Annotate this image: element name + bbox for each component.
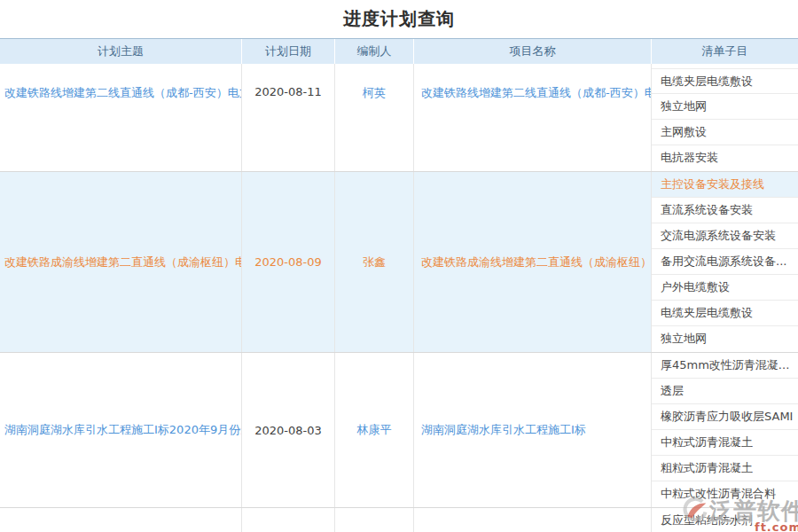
list-subitems-cell: 反应型粘结防水剂 bbox=[652, 508, 798, 532]
list-subitem[interactable]: 备用交流电源系统设备... bbox=[652, 249, 798, 275]
plan-author: 柯英 bbox=[363, 85, 386, 101]
list-subitem[interactable]: 电缆夹层电缆敷设 bbox=[652, 301, 798, 326]
list-subitem[interactable]: 反应型粘结防水剂 bbox=[652, 508, 798, 532]
plan-subject-link[interactable]: 改建铁路成渝线增建第二直通线（成渝枢纽）电力 bbox=[4, 254, 242, 270]
plan-author: 张鑫 bbox=[363, 254, 386, 270]
plan-date: 2020-08-09 bbox=[254, 255, 322, 269]
list-subitem[interactable]: 中粒式改性沥青混合料 bbox=[652, 481, 798, 507]
page-title: 进度计划查询 bbox=[343, 7, 455, 31]
project-name-link[interactable]: 湖南洞庭湖水库引水工程施工I标 bbox=[421, 422, 586, 438]
list-subitem[interactable]: 交流电源系统设备安装 bbox=[652, 223, 798, 249]
list-subitems-cell: 电缆夹层电缆敷设独立地网主网敷设电抗器安装 bbox=[652, 64, 798, 171]
column-header-plan-date: 计划日期 bbox=[242, 39, 335, 64]
column-header-list-subitems: 清单子目 bbox=[652, 39, 798, 64]
list-subitems-cell: 厚45mm改性沥青混凝...透层橡胶沥青应力吸收层SAMI中粒式沥青混凝土粗粒式… bbox=[652, 353, 798, 507]
table-body: 改建铁路线增建第二线直通线（成都-西安）电力 2020-08-11 柯英 改建铁… bbox=[0, 64, 798, 532]
table-row[interactable]: 湖南洞庭湖水库引水工程施工I标2020年9月份进度 2020-08-03 林康平… bbox=[0, 353, 798, 508]
list-subitem[interactable]: 透层 bbox=[652, 379, 798, 404]
project-name-link[interactable]: 改建铁路线增建第二线直通线（成都-西安）电力 bbox=[421, 85, 652, 101]
column-header-author: 编制人 bbox=[335, 39, 414, 64]
list-subitem[interactable]: 独立地网 bbox=[652, 326, 798, 352]
list-subitem[interactable]: 电抗器安装 bbox=[652, 145, 798, 171]
project-name-link[interactable]: 改建铁路成渝线增建第二直通线（成渝枢纽） bbox=[421, 254, 652, 270]
table-row[interactable]: 改建铁路成渝线增建第二直通线（成渝枢纽）电力 2020-08-09 张鑫 改建铁… bbox=[0, 172, 798, 353]
plan-date: 2020-08-11 bbox=[254, 85, 322, 98]
plan-author: 林康平 bbox=[357, 422, 392, 438]
progress-plan-query-page: 进度计划查询 计划主题计划日期编制人项目名称清单子目 改建铁路线增建第二线直通线… bbox=[0, 0, 798, 532]
plan-subject-link[interactable]: 改建铁路线增建第二线直通线（成都-西安）电力 bbox=[4, 85, 242, 101]
list-subitem[interactable]: 电缆夹层电缆敷设 bbox=[652, 68, 798, 94]
list-subitem[interactable]: 户外电缆敷设 bbox=[652, 275, 798, 301]
column-header-project-name: 项目名称 bbox=[414, 39, 652, 64]
table-row[interactable]: 改建铁路线增建第二线直通线（成都-西安）电力 2020-08-11 柯英 改建铁… bbox=[0, 64, 798, 172]
list-subitem[interactable]: 厚45mm改性沥青混凝... bbox=[652, 353, 798, 379]
plan-date: 2020-08-03 bbox=[254, 424, 322, 437]
list-subitem[interactable]: 主网敷设 bbox=[652, 120, 798, 145]
table-row[interactable]: 反应型粘结防水剂 bbox=[0, 508, 798, 532]
list-subitem[interactable]: 橡胶沥青应力吸收层SAMI bbox=[652, 404, 798, 430]
column-header-plan-subject: 计划主题 bbox=[0, 39, 242, 64]
list-subitem[interactable]: 中粒式沥青混凝土 bbox=[652, 430, 798, 456]
plans-table: 计划主题计划日期编制人项目名称清单子目 改建铁路线增建第二线直通线（成都-西安）… bbox=[0, 38, 798, 532]
plan-subject-link[interactable]: 湖南洞庭湖水库引水工程施工I标2020年9月份进度 bbox=[4, 422, 242, 438]
list-subitem[interactable]: 直流系统设备安装 bbox=[652, 198, 798, 223]
list-subitem[interactable]: 独立地网 bbox=[652, 94, 798, 120]
table-header-row: 计划主题计划日期编制人项目名称清单子目 bbox=[0, 38, 798, 64]
list-subitem[interactable]: 主控设备安装及接线 bbox=[652, 172, 798, 198]
title-bar: 进度计划查询 bbox=[0, 0, 798, 38]
list-subitems-cell: 主控设备安装及接线直流系统设备安装交流电源系统设备安装备用交流电源系统设备...… bbox=[652, 172, 798, 352]
list-subitem[interactable]: 粗粒式沥青混凝土 bbox=[652, 456, 798, 481]
